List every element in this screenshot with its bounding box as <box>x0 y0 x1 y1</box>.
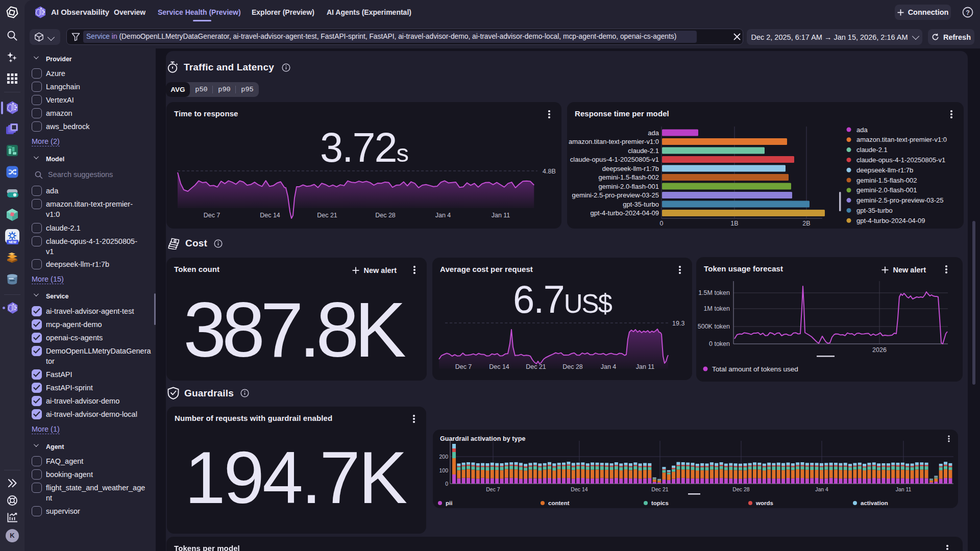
svg-text:200: 200 <box>439 454 448 460</box>
svg-text:Dec 21: Dec 21 <box>651 486 668 492</box>
svg-text:Dec 21: Dec 21 <box>526 363 546 370</box>
svg-text:500K token: 500K token <box>698 323 730 330</box>
svg-text:0: 0 <box>445 481 448 487</box>
svg-text:pii: pii <box>446 500 452 506</box>
svg-text:topics: topics <box>651 500 669 506</box>
svg-text:Dec 7: Dec 7 <box>204 212 220 219</box>
svg-text:Dec 7: Dec 7 <box>455 363 472 370</box>
svg-text:Dec 28: Dec 28 <box>562 363 583 370</box>
svg-text:2026: 2026 <box>872 346 887 354</box>
svg-text:claude-opus-4-1-20250805-v1: claude-opus-4-1-20250805-v1 <box>856 156 945 164</box>
svg-text:gemini-1.5-flash-002: gemini-1.5-flash-002 <box>598 173 659 181</box>
svg-text:0 token: 0 token <box>709 340 730 347</box>
svg-text:ada: ada <box>648 129 659 137</box>
svg-text:Dec 14: Dec 14 <box>260 212 280 219</box>
svg-text:1B: 1B <box>730 220 738 227</box>
svg-text:Jan 4: Jan 4 <box>435 212 451 219</box>
svg-text:2B: 2B <box>802 220 810 227</box>
svg-text:Jan 11: Jan 11 <box>636 363 655 370</box>
svg-text:19.3: 19.3 <box>672 320 684 327</box>
svg-text:Jan 4: Jan 4 <box>815 486 828 492</box>
svg-text:gpt-4-turbo-2024-04-09: gpt-4-turbo-2024-04-09 <box>591 209 659 217</box>
svg-text:gpt-35-turbo: gpt-35-turbo <box>623 201 659 208</box>
svg-text:claude-2.1: claude-2.1 <box>856 146 888 154</box>
svg-text:Dec 14: Dec 14 <box>571 486 587 492</box>
svg-text:Jan 11: Jan 11 <box>896 486 912 492</box>
svg-text:Dec 14: Dec 14 <box>489 363 509 370</box>
svg-text:gemini-2.5-pro-preview-03-25: gemini-2.5-pro-preview-03-25 <box>572 191 659 199</box>
svg-text:?: ? <box>966 9 970 16</box>
svg-text:gemini-2.5-pro-preview-03-25: gemini-2.5-pro-preview-03-25 <box>856 196 944 204</box>
svg-text:activation: activation <box>861 500 888 506</box>
svg-text:claude-opus-4-1-20250805-v1: claude-opus-4-1-20250805-v1 <box>570 156 659 163</box>
svg-text:amazon.titan-text-premier-v1:0: amazon.titan-text-premier-v1:0 <box>569 138 659 145</box>
svg-text:Dec 28: Dec 28 <box>732 486 749 492</box>
svg-text:Dec 7: Dec 7 <box>486 486 500 492</box>
svg-text:deepseek-llm-r1:7b: deepseek-llm-r1:7b <box>602 165 659 172</box>
svg-text:deepseek-llm-r1:7b: deepseek-llm-r1:7b <box>856 166 913 174</box>
svg-text:gpt-35-turbo: gpt-35-turbo <box>856 207 893 214</box>
svg-text:amazon.titan-text-premier-v1:0: amazon.titan-text-premier-v1:0 <box>856 136 947 143</box>
svg-text:Dec 28: Dec 28 <box>375 212 396 219</box>
svg-text:Jan 4: Jan 4 <box>601 363 617 370</box>
svg-text:Dec 21: Dec 21 <box>317 212 337 219</box>
svg-text:gemini-2.0-flash-001: gemini-2.0-flash-001 <box>856 186 917 194</box>
svg-text:Total amount of tokens used: Total amount of tokens used <box>712 365 798 373</box>
svg-text:gemini-2.0-flash-001: gemini-2.0-flash-001 <box>598 183 659 190</box>
svg-text:Jan 11: Jan 11 <box>492 212 510 219</box>
svg-text:ada: ada <box>856 126 868 134</box>
svg-text:gemini-1.5-flash-002: gemini-1.5-flash-002 <box>856 177 917 184</box>
svg-text:claude-2.1: claude-2.1 <box>628 147 659 155</box>
svg-text:100: 100 <box>439 467 448 473</box>
svg-text:1M token: 1M token <box>704 305 730 312</box>
svg-text:4.8B: 4.8B <box>543 168 556 175</box>
svg-text:words: words <box>755 500 773 506</box>
svg-text:content: content <box>548 500 570 506</box>
svg-text:0: 0 <box>660 220 664 227</box>
svg-text:gpt-4-turbo-2024-04-09: gpt-4-turbo-2024-04-09 <box>856 217 925 224</box>
svg-text:1.5M token: 1.5M token <box>698 289 730 296</box>
